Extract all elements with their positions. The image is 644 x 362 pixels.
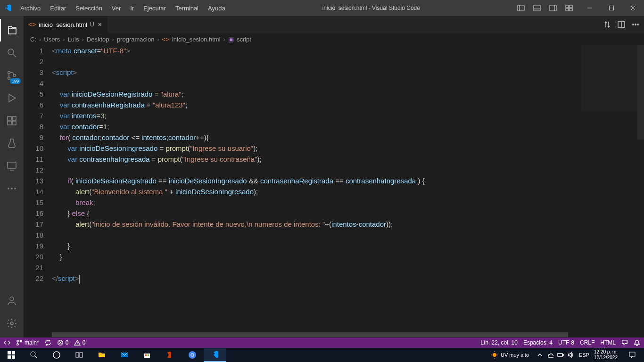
file-explorer-icon[interactable] (91, 348, 113, 362)
start-button[interactable] (0, 348, 23, 362)
maximize-button[interactable] (601, 0, 622, 16)
breadcrumb-segment[interactable]: Users (44, 36, 60, 43)
office-icon[interactable] (158, 348, 181, 362)
scrollbar-vertical[interactable] (637, 45, 644, 140)
accounts-icon[interactable] (0, 289, 24, 312)
split-editor-icon[interactable] (618, 21, 625, 28)
code-line[interactable]: var contrasenhaRegistrada = "alura123"; (52, 99, 578, 110)
mail-icon[interactable] (113, 348, 136, 362)
tab-close-icon[interactable]: × (97, 20, 103, 29)
code-line[interactable]: break; (52, 197, 578, 208)
code-editor[interactable]: 12345678910111213141516171819202122 <met… (24, 45, 644, 332)
code-line[interactable]: <script> (52, 67, 578, 78)
remote-indicator[interactable] (4, 339, 10, 346)
onedrive-icon[interactable] (547, 352, 553, 358)
code-line[interactable] (52, 56, 578, 67)
compare-changes-icon[interactable] (603, 21, 611, 28)
code-line[interactable]: <meta charset="UTF-8"> (52, 45, 578, 56)
scrollbar-thumb[interactable] (52, 332, 568, 337)
code-line[interactable] (52, 165, 578, 175)
code-line[interactable]: for( contador;contador <= intentos;conta… (52, 132, 578, 143)
git-branch[interactable]: main* (16, 339, 39, 346)
store-icon[interactable] (136, 348, 158, 362)
battery-icon[interactable] (557, 352, 564, 358)
line-number: 5 (24, 89, 43, 99)
action-center-icon[interactable] (622, 348, 642, 362)
testing-icon[interactable] (0, 132, 24, 155)
code-line[interactable]: alert("inicio de sesión inválido. Favor … (52, 219, 578, 230)
explorer-icon[interactable] (0, 19, 24, 41)
menu-ir[interactable]: Ir (126, 2, 138, 15)
code-line[interactable]: alert("Bienvenido al sistema " + inicioD… (52, 186, 578, 197)
code-line[interactable] (52, 230, 578, 240)
chevron-up-icon[interactable] (537, 352, 543, 358)
feedback-icon[interactable] (621, 339, 628, 346)
toggle-secondary-sidebar-icon[interactable] (545, 0, 561, 16)
code-line[interactable]: } else { (52, 208, 578, 219)
menu-ayuda[interactable]: Ayuda (204, 2, 230, 15)
run-debug-icon[interactable] (0, 87, 24, 109)
code-line[interactable]: var contador=1; (52, 121, 578, 132)
menu-terminal[interactable]: Terminal (171, 2, 203, 15)
code-line[interactable]: if( inicioDeSesionRegistrado == inicioDe… (52, 175, 578, 186)
source-control-icon[interactable]: 199 (0, 64, 24, 87)
sync-button[interactable] (45, 339, 51, 346)
language-mode[interactable]: HTML (600, 339, 616, 346)
clock[interactable]: 12:20 p. m. 12/12/2022 (594, 349, 618, 361)
menu-archivo[interactable]: Archivo (16, 2, 45, 15)
code-line[interactable] (52, 262, 578, 273)
scrollbar-horizontal[interactable] (52, 332, 638, 337)
indentation[interactable]: Espacios: 4 (523, 339, 553, 346)
code-line[interactable]: } (52, 240, 578, 251)
code-line[interactable] (52, 78, 578, 89)
cortana-icon[interactable] (45, 348, 68, 362)
breadcrumb-segment[interactable]: Desktop (87, 36, 109, 43)
code-line[interactable]: var contrasenhaIngresada = prompt("Ingre… (52, 154, 578, 165)
minimize-button[interactable] (579, 0, 601, 16)
more-actions-icon[interactable] (632, 21, 639, 28)
menu-selección[interactable]: Selección (71, 2, 106, 15)
toggle-panel-icon[interactable] (529, 0, 545, 16)
system-tray[interactable] (537, 352, 574, 358)
breadcrumbs[interactable]: C:›Users›Luis›Desktop›programacion›<> in… (24, 33, 644, 45)
encoding[interactable]: UTF-8 (558, 339, 574, 346)
eol[interactable]: CRLF (580, 339, 594, 346)
code-line[interactable]: var inicioDeSesionRegistrado = "alura"; (52, 89, 578, 99)
line-number: 3 (24, 67, 43, 78)
menu-editar[interactable]: Editar (46, 2, 70, 15)
remote-explorer-icon[interactable] (0, 155, 24, 177)
breadcrumb-segment[interactable]: programacion (117, 36, 155, 43)
customize-layout-icon[interactable] (561, 0, 577, 16)
task-view-icon[interactable] (68, 348, 91, 362)
cursor-position[interactable]: Lín. 22, col. 10 (480, 339, 518, 346)
extensions-icon[interactable] (0, 109, 24, 132)
minimap[interactable] (581, 45, 637, 332)
breadcrumb-segment[interactable]: inicio_sesion.html (172, 36, 221, 43)
more-icon[interactable] (0, 177, 24, 200)
language-indicator[interactable]: ESP (579, 352, 589, 358)
search-taskbar-icon[interactable] (23, 348, 45, 362)
toggle-primary-sidebar-icon[interactable] (513, 0, 529, 16)
settings-gear-icon[interactable] (0, 312, 24, 335)
vscode-taskbar-icon[interactable] (204, 348, 226, 362)
search-icon[interactable] (0, 41, 24, 64)
menu-ver[interactable]: Ver (107, 2, 125, 15)
close-button[interactable] (622, 0, 644, 16)
code-line[interactable]: var intentos=3; (52, 110, 578, 121)
tab-inicio-sesion[interactable]: <> inicio_sesion.html U × (24, 16, 108, 33)
code-content[interactable]: <meta charset="UTF-8"> <script> var inic… (52, 45, 644, 332)
code-line[interactable]: } (52, 251, 578, 262)
line-number: 1 (24, 45, 43, 56)
breadcrumb-segment[interactable]: C: (30, 36, 36, 43)
breadcrumb-segment[interactable]: Luis (68, 36, 79, 43)
menu-ejecutar[interactable]: Ejecutar (139, 2, 170, 15)
weather-widget[interactable]: UV muy alto (491, 351, 529, 359)
chrome-icon[interactable] (181, 348, 204, 362)
minimap-preview (581, 45, 637, 111)
problems-indicator[interactable]: 0 0 (57, 339, 86, 346)
breadcrumb-segment[interactable]: script (237, 36, 251, 43)
code-line[interactable]: var inicioDeSesionIngresado = prompt("In… (52, 143, 578, 154)
notifications-icon[interactable] (634, 339, 640, 346)
code-line[interactable]: </script> (52, 273, 578, 284)
volume-icon[interactable] (568, 352, 574, 358)
